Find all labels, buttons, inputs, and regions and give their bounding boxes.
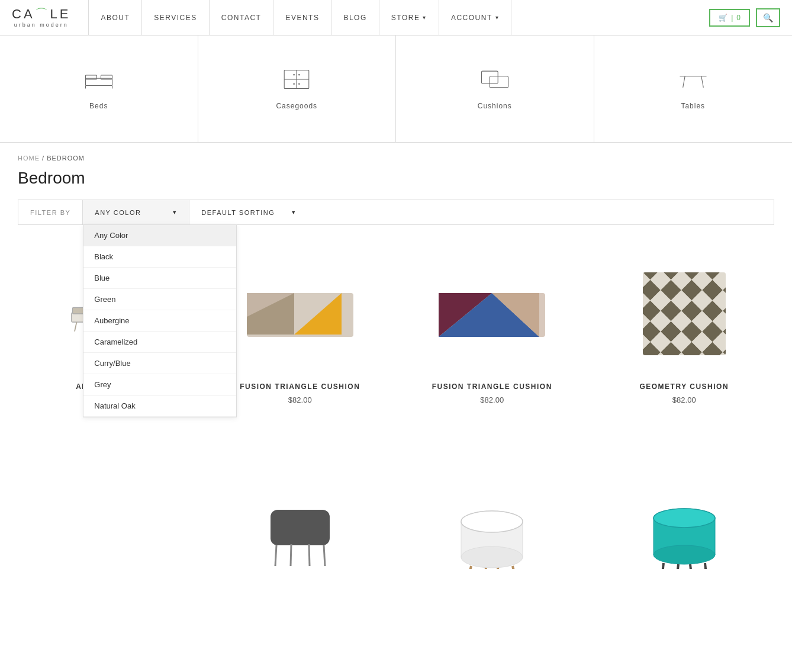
sort-chevron-icon: ▾: [292, 208, 297, 216]
product-row2-4-image[interactable]: [597, 462, 772, 569]
color-filter-chevron-icon: ▾: [173, 208, 178, 216]
svg-line-47: [498, 568, 499, 569]
nav-store[interactable]: STORE ▾: [379, 0, 439, 36]
page-title: Bedroom: [0, 166, 792, 200]
svg-line-15: [682, 76, 684, 88]
logo-icon: ⌒: [35, 7, 50, 21]
svg-line-53: [705, 563, 706, 569]
color-option-caramelized[interactable]: Caramelized: [83, 332, 236, 353]
svg-point-9: [294, 83, 295, 85]
svg-line-39: [309, 544, 310, 566]
cart-button[interactable]: 🛒 | 0: [709, 9, 750, 27]
filter-label: FILTER BY: [18, 200, 83, 224]
store-arrow-icon: ▾: [423, 14, 427, 21]
breadcrumb-home[interactable]: HOME: [18, 155, 40, 162]
color-option-grey[interactable]: Grey: [83, 374, 236, 396]
nav-right: 🛒 | 0 🔍: [709, 8, 780, 27]
svg-rect-1: [85, 75, 96, 79]
svg-point-42: [461, 546, 523, 568]
color-option-black[interactable]: Black: [83, 246, 236, 268]
product-row2-2-image[interactable]: [213, 462, 388, 569]
logo-text: CA⌒LE: [12, 8, 70, 21]
svg-line-46: [485, 568, 486, 569]
svg-point-51: [653, 509, 715, 528]
cart-separator: |: [731, 14, 733, 22]
svg-line-44: [468, 566, 471, 569]
svg-point-11: [298, 83, 300, 85]
nav-events[interactable]: EVENTS: [273, 0, 331, 36]
product-row2-2: [204, 451, 397, 581]
product-grid-row2: [0, 451, 792, 605]
color-option-aubergine[interactable]: Aubergine: [83, 310, 236, 332]
product-row2-4: [588, 451, 781, 581]
product-fusion-cushion-1-image[interactable]: [213, 255, 388, 373]
color-dropdown-menu: Any Color Black Blue Green Aubergine Car…: [83, 224, 237, 417]
product-fusion-cushion-2-name: FUSION TRIANGLE CUSHION: [405, 382, 579, 391]
product-geometry-cushion-name: GEOMETRY CUSHION: [597, 382, 772, 391]
svg-point-10: [298, 74, 300, 76]
color-filter-select[interactable]: ANY COLOR ▾: [83, 200, 189, 224]
svg-rect-13: [490, 76, 508, 88]
product-row2-3-image[interactable]: [405, 462, 579, 569]
nav-blog[interactable]: BLOG: [331, 0, 379, 36]
nav-contact[interactable]: CONTACT: [210, 0, 274, 36]
color-filter-value: ANY COLOR: [95, 209, 141, 216]
svg-line-45: [513, 566, 516, 569]
cart-count: 0: [736, 14, 741, 22]
color-option-curry-blue[interactable]: Curry/Blue: [83, 353, 236, 374]
casegoods-label: Casegoods: [276, 102, 317, 110]
product-geometry-cushion-price: $82.00: [597, 396, 772, 404]
svg-line-37: [324, 545, 325, 566]
cushions-icon: [479, 67, 510, 94]
svg-point-50: [653, 545, 715, 564]
category-casegoods[interactable]: Casegoods: [198, 36, 397, 142]
cushions-label: Cushions: [478, 102, 512, 110]
tables-icon: [678, 67, 709, 94]
tables-label: Tables: [681, 102, 705, 110]
category-cushions[interactable]: Cushions: [396, 36, 594, 142]
svg-point-43: [461, 511, 523, 532]
nav-about[interactable]: ABOUT: [88, 0, 142, 36]
product-row2-3: [396, 451, 588, 581]
logo-sub: urban modern: [14, 22, 69, 28]
nav-account[interactable]: ACCOUNT ▾: [439, 0, 511, 36]
breadcrumb-current: BEDROOM: [47, 155, 85, 162]
navigation: CA⌒LE urban modern ABOUT SERVICES CONTAC…: [0, 0, 792, 36]
beds-icon: [83, 67, 114, 94]
product-row2-1: [12, 451, 204, 581]
product-fusion-cushion-2-image[interactable]: [405, 255, 579, 373]
svg-rect-35: [271, 510, 330, 545]
svg-line-52: [662, 563, 664, 569]
logo[interactable]: CA⌒LE urban modern: [12, 8, 70, 28]
nav-links: ABOUT SERVICES CONTACT EVENTS BLOG STORE…: [88, 0, 709, 36]
svg-line-38: [291, 544, 291, 566]
product-fusion-cushion-1-name: FUSION TRIANGLE CUSHION: [213, 382, 388, 391]
product-row2-1-image[interactable]: [21, 462, 195, 569]
svg-rect-2: [101, 75, 112, 79]
product-fusion-cushion-1-price: $82.00: [213, 396, 388, 404]
nav-services[interactable]: SERVICES: [142, 0, 209, 36]
product-geometry-cushion-image[interactable]: [597, 255, 772, 373]
search-icon: 🔍: [763, 13, 773, 22]
category-grid: Beds Casegoods Cushions: [0, 36, 792, 143]
product-fusion-cushion-2: FUSION TRIANGLE CUSHION $82.00: [396, 243, 588, 427]
svg-line-36: [275, 545, 276, 566]
svg-line-54: [677, 564, 678, 569]
color-option-any[interactable]: Any Color: [83, 225, 236, 246]
sort-select[interactable]: DEFAULT SORTING ▾: [189, 200, 308, 224]
svg-rect-34: [643, 272, 726, 355]
color-option-natural-oak[interactable]: Natural Oak: [83, 396, 236, 417]
color-option-green[interactable]: Green: [83, 289, 236, 310]
cart-icon: 🛒: [719, 14, 727, 22]
product-geometry-cushion: GEOMETRY CUSHION $82.00: [588, 243, 781, 427]
category-tables[interactable]: Tables: [594, 36, 793, 142]
casegoods-icon: [281, 67, 312, 94]
search-button[interactable]: 🔍: [756, 8, 780, 27]
account-arrow-icon: ▾: [495, 14, 500, 21]
category-beds[interactable]: Beds: [0, 36, 198, 142]
breadcrumb-separator: /: [40, 155, 47, 162]
color-option-blue[interactable]: Blue: [83, 268, 236, 289]
filter-bar: FILTER BY ANY COLOR ▾ Any Color Black Bl…: [18, 200, 774, 225]
product-fusion-cushion-2-price: $82.00: [405, 396, 579, 404]
breadcrumb: HOME / BEDROOM: [0, 143, 792, 166]
